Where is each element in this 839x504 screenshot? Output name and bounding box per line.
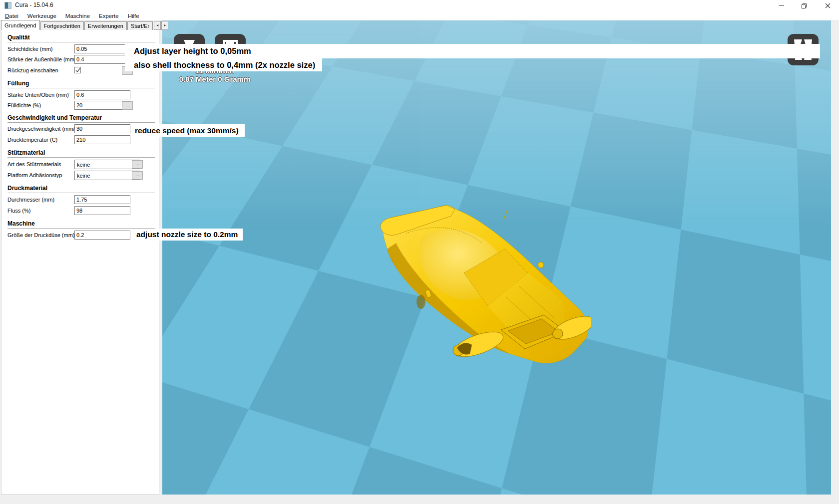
close-button[interactable] <box>816 0 839 11</box>
menu-hilfe[interactable]: Hilfe <box>123 12 144 20</box>
section-fill: Füllung <box>7 80 155 88</box>
car-headlamp-right <box>553 329 563 339</box>
support-type-more-button[interactable]: ... <box>132 160 143 169</box>
print-speed-label: Druckgeschwindigkeit (mm/s) <box>7 126 79 132</box>
row-flow: Fluss (%) <box>1 206 160 216</box>
settings-panel: Qualität Schichtdicke (mm) Stärke der Au… <box>1 30 159 495</box>
annotation-layer-height: Adjust layer height to 0,05mm <box>125 44 820 58</box>
section-quality: Qualität <box>7 34 155 42</box>
retraction-checkbox[interactable] <box>74 67 81 73</box>
platform-adhesion-label: Platform Adhäsionstyp <box>7 172 62 178</box>
minimize-icon <box>779 5 784 6</box>
row-platform-adhesion: Platform Adhäsionstyp keine ... <box>1 171 160 180</box>
support-type-label: Art des Stützmaterials <box>7 161 61 167</box>
platform-adhesion-value: keine <box>77 173 90 179</box>
layer-height-label: Schichtdicke (mm) <box>7 46 52 52</box>
row-bottom-top-thickness: Stärke Unten/Oben (mm) <box>1 90 160 100</box>
tab-fortgeschritten[interactable]: Fortgeschritten <box>40 21 84 30</box>
section-support: Stützmaterial <box>7 149 155 158</box>
tab-scroll-right-icon[interactable]: ▸ <box>161 21 168 30</box>
menu-datei[interactable]: Datei <box>0 12 23 20</box>
car-model[interactable] <box>376 203 591 368</box>
menu-werkzeuge[interactable]: Werkzeuge <box>23 12 61 20</box>
title-bar: Cura - 15.04.6 <box>0 0 839 11</box>
annotation-speed: reduce speed (max 30mm/s) <box>131 124 245 137</box>
section-speed-temp: Geschwindigkeit und Temperatur <box>7 114 155 123</box>
row-fill-density: Fülldichte (%) ... <box>1 101 160 110</box>
print-temperature-input[interactable] <box>74 135 130 144</box>
fill-density-more-button[interactable]: ... <box>122 101 133 110</box>
platform-adhesion-more-button[interactable]: ... <box>132 171 143 180</box>
menu-maschine[interactable]: Maschine <box>61 12 94 20</box>
app-icon <box>4 2 11 9</box>
filament-diameter-label: Durchmesser (mm) <box>7 197 54 203</box>
retraction-label: Rückzug einschalten <box>7 67 58 73</box>
section-material: Druckmaterial <box>7 185 155 193</box>
annotation-shell-thickness: also shell thockness to 0,4mm (2x nozzle… <box>125 58 322 71</box>
layer-height-input[interactable] <box>74 44 130 53</box>
window-title: Cura - 15.04.6 <box>15 1 53 8</box>
material-estimate: 0.07 Meter 0 Gramm <box>165 75 265 83</box>
car-antenna <box>503 210 507 221</box>
shell-thickness-input[interactable] <box>74 55 130 64</box>
support-type-select[interactable]: keine <box>74 160 140 169</box>
restore-button[interactable] <box>793 0 816 11</box>
bottom-top-thickness-label: Stärke Unten/Oben (mm) <box>7 92 69 98</box>
tab-scroll-left-icon[interactable]: ◂ <box>154 21 161 30</box>
minimize-button[interactable] <box>770 0 793 11</box>
fill-density-label: Fülldichte (%) <box>7 102 41 108</box>
nozzle-size-input[interactable] <box>74 231 130 240</box>
bottom-top-thickness-input[interactable] <box>74 90 130 99</box>
checkmark-icon <box>75 67 81 73</box>
car-mirror-right <box>538 262 544 268</box>
row-filament-diameter: Durchmesser (mm) <box>1 195 160 205</box>
restore-icon-back <box>802 4 806 8</box>
flow-label: Fluss (%) <box>7 208 30 214</box>
section-machine: Maschine <box>7 220 155 229</box>
close-icon <box>825 3 831 8</box>
annotation-nozzle: adjust nozzle size to 0.2mm <box>134 229 243 241</box>
print-temperature-label: Drucktemperatur (C) <box>7 137 57 143</box>
car-rear-wheel <box>417 295 425 309</box>
support-type-value: keine <box>77 162 90 168</box>
tab-grundlegend[interactable]: Grundlegend <box>1 20 40 30</box>
shell-thickness-label: Stärke der Außenhülle (mm) <box>7 56 76 62</box>
filament-diameter-input[interactable] <box>74 195 130 204</box>
nozzle-size-label: Größe der Druckdüse (mm) <box>7 232 74 238</box>
print-speed-input[interactable] <box>74 124 130 133</box>
viewport-3d[interactable]: 11 Minuten 0.07 Meter 0 Gramm <box>162 20 831 495</box>
menu-experte[interactable]: Experte <box>94 12 123 20</box>
tab-start-end[interactable]: Start/Er <box>127 21 153 30</box>
flow-input[interactable] <box>74 206 130 215</box>
settings-tab-bar: Grundlegend Fortgeschritten Erweiterunge… <box>1 20 168 30</box>
tab-erweiterungen[interactable]: Erweiterungen <box>84 21 127 30</box>
menu-bar: DateiWerkzeugeMaschineExperteHilfe <box>0 11 839 20</box>
row-support-type: Art des Stützmaterials keine ... <box>1 160 160 169</box>
platform-adhesion-select[interactable]: keine <box>74 171 140 180</box>
